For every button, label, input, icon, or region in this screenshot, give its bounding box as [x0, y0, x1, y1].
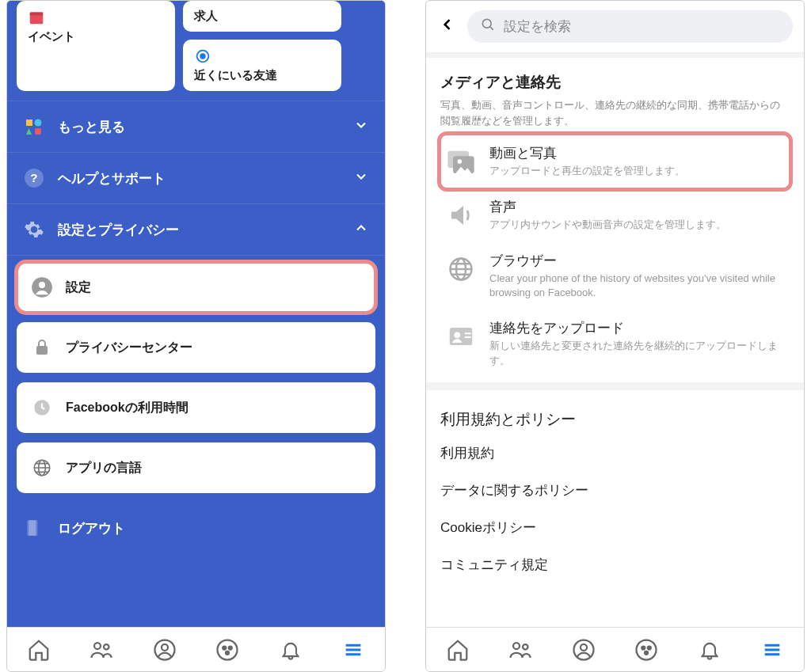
terms-policy-section: 利用規約とポリシー 利用規約 データに関するポリシー Cookieポリシー コミ… — [426, 382, 804, 583]
event-label: イベント — [28, 29, 164, 44]
policy-section-title: 利用規約とポリシー — [440, 398, 790, 435]
door-icon — [23, 517, 45, 539]
browser-sub: Clear your phone of the history of websi… — [489, 271, 786, 300]
bottom-nav — [7, 627, 385, 671]
shapes-icon — [23, 116, 45, 138]
svg-rect-4 — [26, 120, 32, 126]
chevron-up-icon — [353, 220, 369, 240]
jobs-card[interactable]: 求人 — [183, 1, 341, 32]
nav-groups[interactable] — [211, 634, 243, 666]
nav-home[interactable] — [23, 634, 55, 666]
svg-point-18 — [94, 643, 101, 649]
data-policy-link[interactable]: データに関するポリシー — [440, 472, 790, 509]
shortcut-cards: イベント 求人 近くにいる友達 — [7, 1, 385, 101]
nav-menu[interactable] — [337, 634, 369, 666]
contact-card-icon — [444, 319, 478, 354]
media-contacts-section: メディアと連絡先 写真、動画、音声コントロール、連絡先の継続的な同期、携帯電話か… — [426, 53, 804, 382]
target-icon — [194, 47, 211, 65]
logout-label: ログアウト — [58, 519, 125, 537]
video-photo-sub: アップロードと再生の設定を管理します。 — [489, 164, 786, 178]
time-label: Facebookの利用時間 — [66, 400, 188, 416]
svg-point-24 — [229, 646, 232, 649]
upload-contacts-sub: 新しい連絡先と変更された連絡先を継続的にアップロードします。 — [489, 339, 786, 367]
nav-notifications[interactable] — [275, 634, 307, 666]
upload-contacts-row[interactable]: 連絡先をアップロード 新しい連絡先と変更された連絡先を継続的にアップロードします… — [440, 309, 790, 377]
upload-contacts-title: 連絡先をアップロード — [489, 319, 786, 337]
settings-privacy-expanded: 設定 プライバシーセンター Facebookの利用時間 アプリの言語 — [7, 256, 385, 504]
privacy-center-card[interactable]: プライバシーセンター — [17, 322, 375, 373]
svg-point-43 — [581, 644, 587, 650]
svg-rect-12 — [36, 346, 48, 355]
video-photo-row[interactable]: 動画と写真 アップロードと再生の設定を管理します。 — [440, 135, 790, 188]
clock-icon — [31, 397, 53, 419]
search-input[interactable]: 設定を検索 — [467, 10, 793, 43]
nav-profile[interactable] — [568, 634, 600, 666]
svg-point-11 — [39, 282, 45, 288]
svg-line-30 — [490, 27, 493, 30]
search-header: 設定を検索 — [426, 1, 804, 53]
svg-rect-1 — [30, 13, 44, 16]
see-more-row[interactable]: もっと見る — [7, 101, 385, 153]
svg-point-21 — [162, 644, 168, 650]
svg-point-3 — [200, 54, 205, 59]
speaker-icon — [444, 198, 478, 233]
gear-icon — [23, 218, 45, 241]
photo-icon — [444, 144, 478, 179]
browser-title: ブラウザー — [489, 252, 786, 270]
calendar-icon — [28, 9, 45, 26]
nav-groups[interactable] — [630, 634, 662, 666]
search-icon — [480, 17, 496, 36]
help-icon: ? — [23, 167, 45, 189]
audio-row[interactable]: 音声 アプリ内サウンドや動画音声の設定を管理します。 — [440, 188, 790, 242]
svg-point-41 — [523, 644, 528, 650]
svg-marker-6 — [26, 128, 32, 135]
nav-profile[interactable] — [149, 634, 181, 666]
jobs-label: 求人 — [194, 9, 330, 24]
globe-icon — [31, 457, 53, 479]
see-more-label: もっと見る — [58, 118, 125, 136]
help-label: ヘルプとサポート — [58, 169, 166, 188]
community-standards-link[interactable]: コミュニティ規定 — [440, 546, 790, 583]
svg-point-33 — [458, 159, 463, 164]
nav-menu[interactable] — [756, 634, 788, 666]
svg-rect-39 — [465, 336, 471, 338]
svg-point-45 — [642, 646, 645, 649]
svg-point-29 — [482, 19, 491, 28]
settings-card[interactable]: 設定 — [17, 262, 375, 313]
svg-point-44 — [637, 640, 657, 659]
media-section-desc: 写真、動画、音声コントロール、連絡先の継続的な同期、携帯電話からの閲覧履歴などを… — [440, 97, 790, 128]
nav-notifications[interactable] — [694, 634, 725, 666]
bottom-nav — [426, 627, 804, 671]
nav-home[interactable] — [442, 634, 474, 666]
nav-friends[interactable] — [504, 634, 536, 666]
back-button[interactable] — [437, 17, 458, 37]
svg-point-37 — [454, 332, 460, 339]
logout-row[interactable]: ログアウト — [7, 504, 385, 547]
svg-point-19 — [104, 644, 109, 650]
chevron-down-icon — [353, 117, 369, 137]
browser-row[interactable]: ブラウザー Clear your phone of the history of… — [440, 242, 790, 309]
settings-label: 設定 — [66, 279, 91, 296]
media-section-title: メディアと連絡先 — [440, 72, 790, 93]
svg-point-5 — [35, 120, 42, 127]
terms-link[interactable]: 利用規約 — [440, 435, 790, 472]
app-language-card[interactable]: アプリの言語 — [17, 442, 375, 493]
time-on-facebook-card[interactable]: Facebookの利用時間 — [17, 382, 375, 433]
search-placeholder: 設定を検索 — [504, 17, 571, 36]
chevron-down-icon — [353, 169, 369, 188]
svg-point-40 — [513, 643, 520, 649]
settings-privacy-row[interactable]: 設定とプライバシー — [7, 204, 385, 256]
nearby-label: 近くにいる友達 — [194, 68, 330, 83]
audio-sub: アプリ内サウンドや動画音声の設定を管理します。 — [489, 218, 786, 232]
nearby-friends-card[interactable]: 近くにいる友達 — [183, 40, 341, 91]
svg-rect-38 — [465, 333, 471, 335]
nav-friends[interactable] — [86, 634, 117, 666]
audio-title: 音声 — [489, 198, 786, 216]
left-menu-scroll: イベント 求人 近くにいる友達 もっと見る — [7, 1, 385, 627]
event-card[interactable]: イベント — [17, 1, 175, 91]
cookie-policy-link[interactable]: Cookieポリシー — [440, 509, 790, 546]
right-screenshot: 設定を検索 メディアと連絡先 写真、動画、音声コントロール、連絡先の継続的な同期… — [425, 0, 805, 672]
svg-point-47 — [645, 651, 648, 654]
user-circle-icon — [31, 276, 53, 298]
help-support-row[interactable]: ? ヘルプとサポート — [7, 153, 385, 204]
